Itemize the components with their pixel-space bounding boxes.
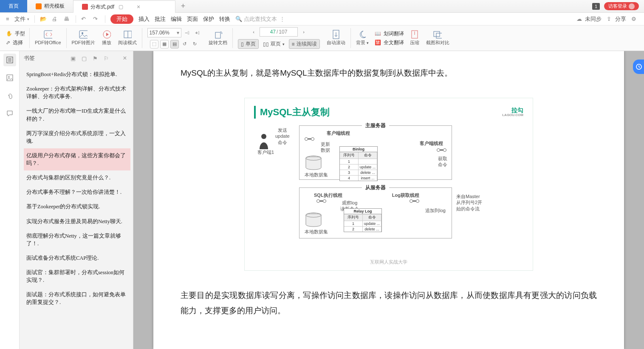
print-icon[interactable]: 🖶 [64, 16, 71, 23]
full-translate[interactable]: 🈲全文翻译 [375, 39, 404, 46]
next-page-button[interactable]: › [299, 28, 308, 36]
single-page-button[interactable]: ▯单页 [238, 39, 259, 49]
autoscroll-label: 自动滚动 [327, 40, 345, 46]
pdf-to-office[interactable]: PDF转Office [31, 26, 65, 51]
bm-flag-icon[interactable]: ⚐ [102, 55, 110, 62]
bookmark-item[interactable]: 分布式事务不理解？一次给你讲清楚！. [24, 185, 130, 199]
side-toggle-button[interactable] [633, 60, 644, 74]
pdf2office-label: PDF转Office [35, 40, 61, 46]
bm-expand-icon[interactable]: ▣ [69, 55, 77, 62]
sql-thread-label: SQL执行线程 [314, 192, 342, 198]
tab-maximize-icon[interactable]: ▢ [119, 4, 123, 10]
search-placeholder: 点此查找文本 [244, 15, 277, 23]
pdf-to-image[interactable]: PDF转图片 [68, 26, 99, 51]
diagram-card: MySQL主从复制 拉勾LAGOU.COM 客户端1 发送 update 命令 … [244, 98, 533, 271]
menu-edit[interactable]: 编辑 [171, 15, 182, 23]
tab-active-doc[interactable]: 分布式.pdf ▢ × [73, 0, 175, 13]
bm-collapse-icon[interactable]: ▢ [80, 55, 88, 62]
settings-icon[interactable]: ⚙ [631, 16, 638, 23]
read-mode[interactable]: 阅读模式 [115, 26, 140, 51]
svg-rect-11 [436, 33, 442, 38]
svg-point-2 [82, 32, 83, 34]
rail-comments[interactable] [3, 107, 16, 120]
rotate-right-button[interactable]: ↻ [191, 40, 199, 48]
bm-close-icon[interactable]: × [121, 54, 129, 62]
menu-hamburger[interactable]: ≡文件▾ [6, 15, 29, 23]
double-page-button[interactable]: ▯▯双页▾ [260, 40, 287, 48]
readmode-label: 阅读模式 [118, 40, 137, 46]
cloud-icon: ☁ [576, 16, 583, 23]
prev-page-button[interactable]: ‹ [249, 28, 258, 36]
menu-start[interactable]: 开始 [110, 14, 133, 24]
bookmark-item[interactable]: Zookeeper：分布式架构详解、分布式技术详解、分布式事务. [24, 82, 130, 104]
client-actor: 客户端1 [257, 133, 274, 155]
redo-icon[interactable]: ↷ [93, 16, 100, 23]
bookmark-item[interactable]: 彻底理解分布式Netty，这一篇文章就够了！. [24, 229, 130, 251]
avatar-icon [629, 3, 635, 9]
bookmark-item[interactable]: 实现分布式服务注册及简易的Netty聊天. [24, 214, 130, 229]
append-log-label: 追加到log [425, 207, 446, 213]
relaylog-table: Relay Log 序列号命令 1update ...2delete ... [344, 208, 382, 232]
svg-rect-10 [434, 31, 440, 37]
zoom-in-button[interactable]: +⃝ [193, 28, 202, 37]
word-translate[interactable]: 📖划词翻译 [375, 30, 404, 37]
client-label: 客户端1 [257, 149, 274, 155]
double-label: 双页 [271, 40, 281, 48]
screenshot-compare[interactable]: 截图和对比 [423, 26, 453, 51]
save-icon[interactable]: 🖨 [52, 16, 59, 23]
bookmark-item[interactable]: 分布式与集群的区别究竟是什么？. [24, 170, 130, 185]
rotate-left-button[interactable]: ↺ [181, 40, 189, 48]
tab-add-button[interactable]: + [175, 0, 191, 12]
actual-size-button[interactable]: ▤ [170, 40, 179, 48]
rotate-doc[interactable]: 旋转文档 [205, 26, 231, 51]
search-field[interactable]: 🔍点此查找文本⋮ [235, 15, 285, 23]
rail-bookmarks[interactable] [3, 54, 16, 66]
select-tool[interactable]: ⬀选择 [6, 39, 25, 46]
fit-page-button[interactable]: ▦ [160, 40, 169, 48]
share-button[interactable]: ⇪分享 [607, 15, 626, 23]
tab-close-icon[interactable]: × [137, 3, 140, 10]
compress-label: 压缩 [410, 40, 419, 46]
login-button[interactable]: 访客登录 [604, 2, 639, 10]
log-thread-label: Log获取线程 [392, 192, 419, 198]
undo-icon[interactable]: ↶ [81, 16, 88, 23]
continuous-read-button[interactable]: ≡连续阅读 [289, 39, 320, 49]
menu-insert[interactable]: 插入 [138, 15, 150, 23]
bookmark-item[interactable]: 面试题：分布式系统接口，如何避免表单的重复提交？. [24, 287, 130, 309]
tab-label: 分布式.pdf [90, 3, 114, 11]
page-current: 47 [270, 29, 276, 35]
open-icon[interactable]: 📂 [40, 16, 47, 23]
page-number-field[interactable]: 47/107 [260, 27, 298, 37]
bookmark-item[interactable]: 一线大厂的分布式唯一ID生成方案是什么样的？. [24, 104, 130, 126]
bookmark-item[interactable]: 面试官：集群部署时，分布式session如何实现？. [24, 265, 130, 287]
menu-bar: ≡文件▾ 📂 🖨 🖶 ↶ ↷ 开始 插入 批注 编辑 页面 保护 转换 🔍点此查… [0, 13, 644, 26]
bm-add-icon[interactable]: ⚑ [91, 55, 99, 62]
bookmark-item[interactable]: 两万字深度介绍分布式系统原理，一文入魂. [24, 126, 130, 148]
menu-convert[interactable]: 转换 [219, 15, 230, 23]
background-button[interactable]: 背景 ▾ [353, 26, 372, 51]
bookmark-item[interactable]: 面试准备分布式系统CAP理论. [24, 251, 130, 265]
notification-badge[interactable]: 1 [592, 3, 600, 10]
fit-width-button[interactable]: ⬚ [150, 40, 158, 48]
bookmark-item[interactable]: 亿级用户分布式存储，这些方案你都会了吗？. [24, 148, 130, 170]
hand-tool[interactable]: ✋手型 [6, 30, 25, 37]
bookmark-item[interactable]: SpringBoot+Redis分布式锁：模拟抢单. [24, 67, 130, 82]
compress-button[interactable]: 压缩 [407, 26, 423, 51]
play-button[interactable]: 播放 [99, 26, 115, 51]
auto-scroll[interactable]: 自动滚动 [323, 26, 349, 51]
tab-template[interactable]: 稻壳模板 [27, 0, 73, 12]
rail-thumbnails[interactable] [3, 71, 16, 84]
bookmark-item[interactable]: 基于Zookeeper的分布式锁实现. [24, 199, 130, 214]
menu-comment[interactable]: 批注 [155, 15, 166, 23]
tab-home[interactable]: 首页 [0, 0, 27, 12]
svg-rect-6 [215, 32, 220, 38]
menu-page[interactable]: 页面 [187, 15, 198, 23]
master-server-box: 主服务器 客户端线程 ━ 更新 数据 本地数据集 Binlog 序列号命令 [299, 125, 452, 180]
sync-status[interactable]: ☁未同步 [576, 15, 602, 23]
zoom-level[interactable]: 157.06%▾ [147, 28, 181, 37]
document-viewport[interactable]: MySQL的主从复制，就是将MySQL主数据库中的数据复制到从数据库中去。 My… [133, 51, 644, 349]
rail-attachments[interactable] [3, 89, 16, 102]
tab-label: 稻壳模板 [44, 3, 65, 10]
menu-protect[interactable]: 保护 [203, 15, 214, 23]
zoom-out-button[interactable]: −⃝ [183, 28, 192, 37]
